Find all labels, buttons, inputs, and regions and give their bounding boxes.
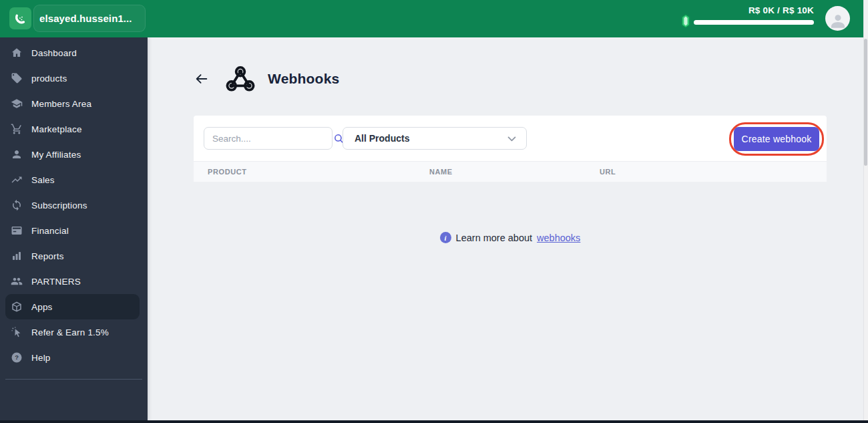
sidebar-item-products[interactable]: products — [0, 65, 148, 91]
sidebar-item-label: Reports — [31, 251, 64, 261]
sidebar-item-my-affiliates[interactable]: My Affiliates — [0, 142, 148, 167]
home-icon — [11, 47, 23, 59]
bottom-edge-strip — [0, 420, 868, 423]
toolbar: All Products Create webhook — [194, 116, 827, 161]
kiwi-icon — [14, 12, 27, 25]
sidebar-item-help[interactable]: ? Help — [0, 345, 148, 370]
webhooks-card: All Products Create webhook PRODUCT NAME… — [194, 116, 827, 182]
shopping-cart-icon — [11, 123, 23, 135]
graduation-cap-icon — [11, 98, 23, 110]
cube-icon — [11, 301, 23, 313]
sidebar-divider — [5, 379, 142, 380]
sidebar-item-label: Financial — [31, 226, 69, 236]
trending-up-icon — [11, 174, 23, 186]
back-button[interactable] — [194, 71, 210, 87]
account-name: elsayed.hussein1... — [39, 13, 132, 24]
tag-icon — [11, 72, 23, 84]
main-content: Webhooks All Products — [148, 37, 863, 420]
product-filter-value: All Products — [355, 133, 409, 144]
sidebar-item-label: Marketplace — [31, 124, 82, 134]
usage-meter: R$ 0K / R$ 10K — [676, 5, 814, 25]
sidebar-item-partners[interactable]: PARTNERS — [0, 269, 148, 294]
sidebar: Dashboard products Members Area Marketpl… — [0, 37, 148, 420]
sidebar-item-label: Apps — [31, 302, 53, 312]
cursor-click-icon — [11, 326, 23, 338]
sidebar-item-label: Help — [31, 353, 51, 363]
column-header-product: PRODUCT — [208, 168, 429, 176]
sidebar-item-refer-earn[interactable]: Refer & Earn 1.5% — [0, 319, 148, 345]
sidebar-item-apps[interactable]: Apps — [5, 294, 140, 319]
svg-text:?: ? — [15, 354, 19, 361]
sidebar-item-label: My Affiliates — [31, 150, 81, 160]
sidebar-item-label: products — [31, 74, 67, 84]
credit-card-icon — [11, 225, 23, 237]
account-switcher[interactable]: elsayed.hussein1... — [33, 5, 146, 32]
bar-chart-icon — [11, 250, 23, 262]
webhooks-link[interactable]: webhooks — [537, 233, 580, 243]
usage-progress-bar — [694, 20, 814, 25]
webhook-icon — [225, 63, 256, 94]
sidebar-item-marketplace[interactable]: Marketplace — [0, 116, 148, 142]
top-header-bar: elsayed.hussein1... R$ 0K / R$ 10K — [0, 0, 863, 37]
app-window: elsayed.hussein1... R$ 0K / R$ 10K — [0, 0, 868, 423]
person-icon — [828, 11, 848, 31]
search-input[interactable] — [204, 128, 333, 149]
sidebar-item-sales[interactable]: Sales — [0, 167, 148, 192]
info-icon: i — [440, 232, 451, 243]
product-filter-select[interactable]: All Products — [343, 127, 527, 150]
search-box — [204, 127, 333, 150]
sidebar-item-subscriptions[interactable]: Subscriptions — [0, 192, 148, 218]
arrow-left-icon — [194, 72, 209, 86]
column-header-url: URL — [600, 168, 827, 176]
sidebar-item-label: Refer & Earn 1.5% — [31, 327, 109, 337]
user-icon — [11, 148, 23, 160]
table-header-row: PRODUCT NAME URL — [194, 161, 827, 182]
usage-amount: R$ 0K / R$ 10K — [676, 5, 814, 15]
sidebar-item-dashboard[interactable]: Dashboard — [0, 40, 148, 65]
sidebar-item-members-area[interactable]: Members Area — [0, 91, 148, 116]
scrollbar-thumb[interactable] — [864, 39, 867, 166]
page-header: Webhooks — [194, 63, 339, 94]
sidebar-item-label: Subscriptions — [31, 200, 87, 210]
users-icon — [11, 275, 23, 287]
scrollbar-track[interactable] — [863, 0, 868, 423]
column-header-name: NAME — [429, 168, 600, 176]
sidebar-nav: Dashboard products Members Area Marketpl… — [0, 37, 148, 380]
sidebar-item-reports[interactable]: Reports — [0, 243, 148, 269]
empty-state: i Learn more about webhooks — [194, 232, 827, 243]
kiwify-logo[interactable] — [9, 7, 31, 29]
sidebar-item-label: Sales — [31, 175, 55, 185]
create-webhook-area: Create webhook — [729, 122, 824, 156]
sidebar-item-financial[interactable]: Financial — [0, 218, 148, 243]
page-title: Webhooks — [268, 71, 339, 87]
sidebar-item-label: Members Area — [31, 99, 91, 109]
avatar[interactable] — [825, 6, 850, 31]
create-webhook-button[interactable]: Create webhook — [734, 127, 819, 151]
sync-icon — [11, 199, 23, 211]
empty-state-text: Learn more about — [456, 233, 532, 243]
sidebar-item-label: PARTNERS — [31, 277, 81, 287]
sidebar-item-label: Dashboard — [31, 48, 77, 58]
chevron-down-icon — [506, 133, 517, 144]
help-circle-icon: ? — [11, 351, 23, 364]
